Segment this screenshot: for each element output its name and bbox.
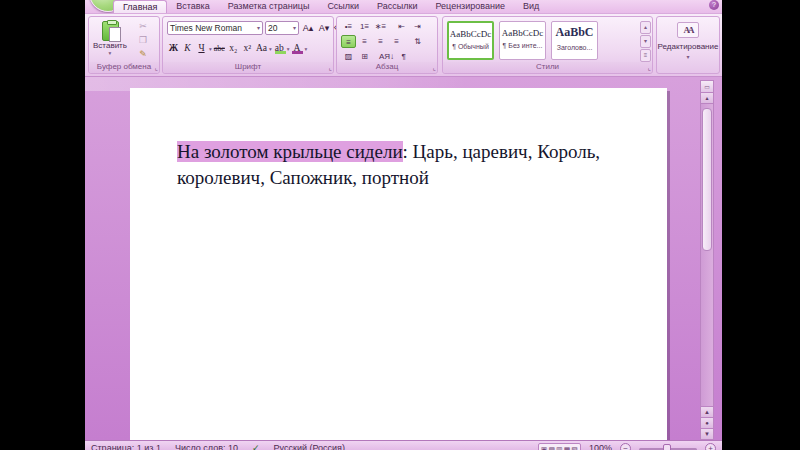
grow-font-button[interactable]: А▴ bbox=[301, 21, 315, 35]
font-name-value: Times New Roman bbox=[170, 22, 242, 34]
tab-home[interactable]: Главная bbox=[113, 0, 167, 13]
style-preview: AaBbCcDc bbox=[449, 29, 492, 39]
format-painter-icon[interactable]: ✎ bbox=[130, 48, 156, 61]
subscript-button[interactable]: x₂ bbox=[227, 41, 240, 56]
zoom-level[interactable]: 100% bbox=[589, 443, 612, 450]
font-size-value: 20 bbox=[268, 22, 277, 34]
font-row-1: Times New Roman ▾ 20 ▾ А▴ А▾ ⌫ bbox=[167, 21, 348, 35]
align-left-button[interactable]: ≡ bbox=[341, 35, 356, 48]
justify-button[interactable]: ≡ bbox=[389, 35, 404, 48]
ruler-toggle-icon[interactable]: ▭ bbox=[701, 81, 713, 93]
paragraph-row-1: •≡ 1≡ ∗≡ ⇤ ⇥ bbox=[341, 20, 425, 33]
language-indicator[interactable]: Русский (Россия) bbox=[274, 443, 345, 450]
align-center-button[interactable]: ≡ bbox=[357, 35, 372, 48]
find-icon[interactable]: АА bbox=[677, 22, 699, 38]
font-color-button[interactable]: А bbox=[290, 41, 303, 56]
tab-mailings[interactable]: Рассылки bbox=[368, 0, 426, 13]
next-page-icon[interactable]: ▼ bbox=[701, 428, 713, 439]
strikethrough-button[interactable]: abc bbox=[213, 41, 226, 56]
ribbon-tabs: Главная Вставка Разметка страницы Ссылки… bbox=[113, 0, 548, 13]
tab-page-layout[interactable]: Разметка страницы bbox=[219, 0, 319, 13]
paragraph-row-2: ≡ ≡ ≡ ≡ ⇅ bbox=[341, 35, 425, 48]
print-layout-view-icon[interactable]: ▣ bbox=[541, 444, 548, 450]
zoom-in-button[interactable]: + bbox=[705, 443, 716, 450]
copy-icon[interactable]: ❐ bbox=[130, 34, 156, 47]
tab-references[interactable]: Ссылки bbox=[318, 0, 368, 13]
web-layout-view-icon[interactable]: ▥ bbox=[556, 444, 563, 450]
status-bar: Страница: 1 из 1 Число слов: 10 ✓ Русски… bbox=[85, 440, 722, 450]
gallery-scroll-up-icon[interactable]: ▴ bbox=[640, 21, 651, 34]
gallery-scroll-down-icon[interactable]: ▾ bbox=[640, 35, 651, 48]
scroll-up-icon[interactable]: ▴ bbox=[701, 93, 713, 104]
help-icon[interactable]: ? bbox=[709, 0, 719, 10]
editing-group-button-label[interactable]: Редактирование bbox=[657, 42, 719, 51]
clipboard-dialog-launcher-icon[interactable]: ⌞ bbox=[155, 62, 158, 73]
font-name-combo[interactable]: Times New Roman ▾ bbox=[167, 21, 263, 35]
line-spacing-button[interactable]: ⇅ bbox=[410, 35, 425, 48]
style-preview: AaBbC bbox=[552, 25, 597, 40]
clipboard-group-label: Буфер обмена bbox=[89, 62, 159, 73]
page-indicator[interactable]: Страница: 1 из 1 bbox=[91, 443, 161, 450]
paste-dropdown-arrow[interactable]: ▾ bbox=[92, 50, 128, 56]
change-case-button[interactable]: Aa bbox=[255, 41, 268, 56]
styles-dialog-launcher-icon[interactable]: ⌞ bbox=[648, 62, 651, 73]
superscript-button[interactable]: x² bbox=[241, 41, 254, 56]
view-mode-buttons: ▣ ▤ ▥ ▦ ▧ bbox=[538, 443, 581, 450]
text-highlight-button[interactable]: ab bbox=[273, 41, 286, 56]
font-row-2: Ж К Ч ▾ abc x₂ x² Aa ▾ ab ▾ А ▾ bbox=[167, 41, 307, 56]
tab-insert[interactable]: Вставка bbox=[167, 0, 218, 13]
selected-text: На золотом крыльце сидели bbox=[177, 141, 403, 162]
styles-gallery-scroll: ▴ ▾ ≡ bbox=[640, 21, 651, 60]
outline-view-icon[interactable]: ▦ bbox=[564, 444, 571, 450]
style-no-spacing[interactable]: AaBbCcDc ¶ Без инте... bbox=[499, 21, 546, 60]
chevron-down-icon[interactable]: ▾ bbox=[257, 22, 260, 34]
shrink-font-button[interactable]: А▾ bbox=[317, 21, 331, 35]
numbering-button[interactable]: 1≡ bbox=[357, 20, 372, 33]
zoom-out-button[interactable]: − bbox=[620, 443, 631, 450]
highlight-dropdown-arrow[interactable]: ▾ bbox=[287, 46, 290, 52]
group-clipboard: Вставить ▾ ✂ ❐ ✎ Буфер обмена ⌞ bbox=[88, 16, 160, 74]
draft-view-icon[interactable]: ▧ bbox=[571, 444, 578, 450]
group-paragraph: •≡ 1≡ ∗≡ ⇤ ⇥ ≡ ≡ ≡ ≡ ⇅ ▨ ⊞ АЯ↓ ¶ bbox=[336, 16, 438, 74]
italic-button[interactable]: К bbox=[181, 41, 194, 56]
decrease-indent-button[interactable]: ⇤ bbox=[394, 20, 409, 33]
word-count[interactable]: Число слов: 10 bbox=[175, 443, 238, 450]
style-normal[interactable]: AaBbCcDc ¶ Обычный bbox=[447, 21, 494, 60]
editing-dropdown-arrow[interactable]: ▾ bbox=[657, 53, 719, 60]
paragraph-dialog-launcher-icon[interactable]: ⌞ bbox=[433, 62, 436, 73]
font-color-dropdown-arrow[interactable]: ▾ bbox=[304, 46, 307, 52]
gallery-more-icon[interactable]: ≡ bbox=[640, 49, 651, 62]
bullets-button[interactable]: •≡ bbox=[341, 20, 356, 33]
document-text[interactable]: На золотом крыльце сидели: Царь, царевич… bbox=[130, 88, 667, 191]
tab-view[interactable]: Вид bbox=[514, 0, 548, 13]
multilevel-list-button[interactable]: ∗≡ bbox=[373, 20, 388, 33]
select-browse-object-icon[interactable]: ● bbox=[701, 417, 713, 428]
underline-button[interactable]: Ч bbox=[195, 41, 208, 56]
spellcheck-icon[interactable]: ✓ bbox=[252, 443, 260, 450]
align-right-button[interactable]: ≡ bbox=[373, 35, 388, 48]
tab-review[interactable]: Рецензирование bbox=[426, 0, 514, 13]
text-line2: королевич, Сапожник, портной bbox=[177, 167, 429, 188]
style-name: ¶ Без инте... bbox=[500, 42, 545, 49]
change-case-dropdown-arrow[interactable]: ▾ bbox=[269, 46, 272, 52]
paste-button[interactable]: Вставить ▾ bbox=[92, 20, 128, 63]
fullscreen-view-icon[interactable]: ▤ bbox=[548, 444, 555, 450]
scrollbar-thumb[interactable] bbox=[702, 108, 712, 251]
underline-dropdown-arrow[interactable]: ▾ bbox=[209, 46, 212, 52]
group-styles: AaBbCcDc ¶ Обычный AaBbCcDc ¶ Без инте..… bbox=[442, 16, 653, 74]
paste-label: Вставить bbox=[92, 41, 128, 50]
vertical-scrollbar[interactable]: ▭ ▴ ▲ ● ▼ bbox=[700, 80, 714, 440]
zoom-slider-thumb[interactable] bbox=[663, 444, 671, 450]
document-page[interactable]: На золотом крыльце сидели: Царь, царевич… bbox=[130, 88, 667, 440]
style-heading[interactable]: AaBbC Заголово... bbox=[551, 21, 598, 60]
font-dialog-launcher-icon[interactable]: ⌞ bbox=[329, 62, 332, 73]
bold-button[interactable]: Ж bbox=[167, 41, 180, 56]
chevron-down-icon[interactable]: ▾ bbox=[293, 22, 296, 34]
clipboard-small-buttons: ✂ ❐ ✎ bbox=[130, 20, 156, 61]
style-preview: AaBbCcDc bbox=[500, 28, 545, 38]
text-line1-rest: : Царь, царевич, Король, bbox=[403, 141, 600, 162]
cut-icon[interactable]: ✂ bbox=[130, 20, 156, 33]
font-size-combo[interactable]: 20 ▾ bbox=[265, 21, 299, 35]
previous-page-icon[interactable]: ▲ bbox=[701, 406, 713, 417]
increase-indent-button[interactable]: ⇥ bbox=[410, 20, 425, 33]
